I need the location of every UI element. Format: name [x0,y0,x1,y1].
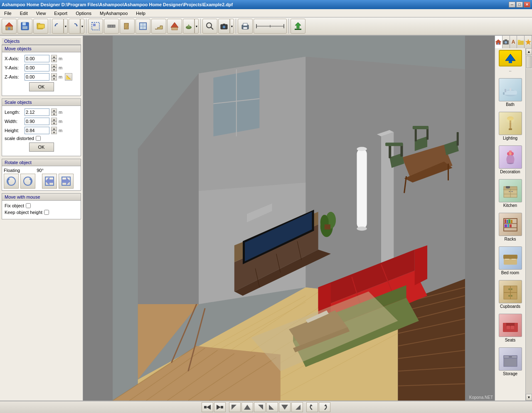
nav-n-btn[interactable] [241,402,253,412]
undo-btn[interactable] [52,19,64,34]
y-axis-down[interactable]: ▼ [51,68,57,71]
redo-btn[interactable] [69,19,80,34]
nav-nw-btn[interactable] [229,402,241,412]
rotate-left-btn[interactable] [306,402,318,412]
tab-folder[interactable] [517,36,525,48]
z-axis-icon[interactable]: 📐 [65,73,72,81]
category-bath[interactable]: Bath [496,77,525,108]
terrain-btn[interactable] [183,19,195,34]
close-button[interactable]: ✕ [524,2,530,7]
height-input[interactable] [25,127,49,134]
redo-arrow[interactable]: ▼ [80,19,84,34]
menu-options[interactable]: Options [73,10,94,17]
toolbar-save-btn[interactable] [17,19,32,34]
category-lighting[interactable]: Lighting [496,111,525,141]
length-down[interactable]: ▼ [51,112,57,116]
width-input[interactable] [25,118,49,125]
nav-se-btn[interactable] [291,402,303,412]
terrain-arrow[interactable]: ▼ [195,19,199,34]
storage-label: Storage [503,371,517,376]
nav-sw-btn[interactable] [266,402,278,412]
up-nav-button[interactable] [499,50,522,66]
scale-ok-button[interactable]: OK [29,143,54,152]
scale-distorted-checkbox[interactable] [36,136,41,141]
menu-myashampoo[interactable]: MyAshampoo [97,10,130,17]
cupboards-icon [499,280,522,303]
width-down[interactable]: ▼ [51,121,57,125]
x-axis-down[interactable]: ▼ [51,59,57,62]
tab-camera[interactable] [502,36,510,48]
toolbar-print-btn[interactable] [238,19,253,34]
svg-rect-115 [385,143,403,146]
undo-arrow[interactable]: ▼ [64,19,68,34]
rotate-ccw-btn[interactable] [4,174,19,189]
x-axis-up[interactable]: ▲ [51,55,57,59]
nav-s-btn[interactable] [279,402,291,412]
toolbar-stairs-btn[interactable] [151,19,166,34]
canvas-area[interactable]: Kopona.NET [83,36,495,401]
tab-home[interactable] [495,36,502,48]
menu-help[interactable]: Help [133,10,148,17]
menu-view[interactable]: View [34,10,49,17]
z-axis-up[interactable]: ▲ [51,73,57,77]
category-seats[interactable]: Seats [496,313,525,343]
y-axis-row: Y-Axis: ▲ ▼ m [5,64,78,71]
rotate-90ccw-btn[interactable] [42,174,57,189]
right-panel-content: .. [495,48,525,401]
y-axis-input[interactable] [25,64,49,71]
z-axis-input[interactable] [25,73,49,81]
toolbar-door-btn[interactable] [120,19,135,34]
rotate-right-btn[interactable] [319,402,330,412]
category-kitchen[interactable]: Kitchen [496,178,525,209]
move-mouse-section: Move with mouse Fix object Keep object h… [2,193,81,219]
fix-object-checkbox[interactable] [26,203,31,208]
toolbar-home-btn[interactable] [2,19,17,34]
svg-marker-200 [244,405,251,410]
x-axis-input[interactable] [25,55,49,62]
menu-file[interactable]: File [2,10,14,17]
toolbar-select-btn[interactable] [88,19,103,34]
y-axis-up[interactable]: ▲ [51,64,57,68]
toolbar-window-btn[interactable] [135,19,150,34]
move-ok-button[interactable]: OK [29,82,54,91]
nav-next-btn[interactable] [214,402,226,412]
tab-text[interactable]: A [510,36,517,48]
tab-star[interactable] [525,36,532,48]
category-storage[interactable]: Storage [496,347,525,377]
menu-export[interactable]: Export [52,10,70,17]
toolbar-search-btn[interactable] [202,19,217,34]
measure-btn[interactable] [254,19,287,34]
toolbar-export-btn[interactable] [291,19,305,34]
camera-arrow[interactable]: ▼ [230,19,234,34]
height-up[interactable]: ▲ [51,127,57,130]
scroll-down-arrow[interactable]: ▼ [526,394,532,401]
length-up[interactable]: ▲ [51,108,57,112]
toolbar-open-btn[interactable] [33,19,48,34]
z-axis-down[interactable]: ▼ [51,77,57,81]
nav-prev-btn[interactable] [202,402,213,412]
keep-height-checkbox[interactable] [44,210,49,215]
category-racks[interactable]: Racks [496,212,525,242]
toolbar-roof-btn[interactable] [167,19,182,34]
rotate-cw-btn[interactable] [20,174,35,189]
width-row: Width: ▲ ▼ m [5,118,78,125]
width-up[interactable]: ▲ [51,118,57,121]
height-down[interactable]: ▼ [51,130,57,134]
length-input[interactable] [25,108,49,116]
camera-btn[interactable] [218,19,230,34]
category-cupboards[interactable]: Cupboards [496,279,525,310]
category-decoration[interactable]: Decoration [496,145,525,175]
height-unit: m [59,128,62,133]
svg-rect-194 [509,356,512,357]
minimize-button[interactable]: ─ [509,2,515,7]
length-label: Length: [5,110,23,115]
restore-button[interactable]: □ [516,2,523,7]
menu-edit[interactable]: Edit [17,10,30,17]
scroll-up-arrow[interactable]: ▲ [526,48,532,55]
category-bedroom[interactable]: Bed room [496,246,525,276]
toolbar-wall-btn[interactable] [104,19,119,34]
nav-ne-btn[interactable] [254,402,266,412]
rotate-90cw-btn[interactable] [59,174,74,189]
svg-point-135 [505,41,507,44]
scroll-thumb[interactable] [526,56,532,68]
